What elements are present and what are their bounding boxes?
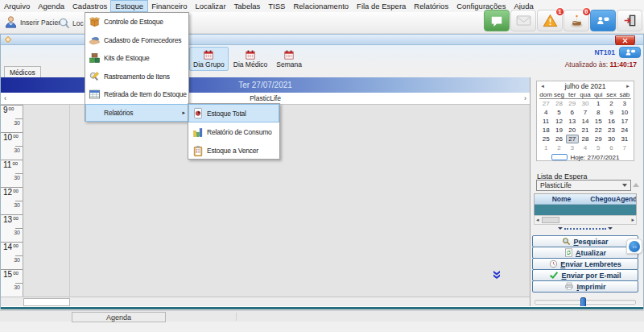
calendar-day-21[interactable]: 21 [579, 126, 592, 135]
calendar-day-4[interactable]: 4 [539, 108, 552, 117]
scroll-right-arrow-icon[interactable]: ▸ [631, 217, 634, 223]
menubar-item-agenda[interactable]: Agenda [34, 1, 68, 11]
prev-column-arrow[interactable]: ‹ [4, 94, 6, 102]
menubar-item-cadastros[interactable]: Cadastros [68, 1, 111, 11]
calendar-day-17[interactable]: 17 [618, 117, 631, 126]
weekday-qui: qui [592, 91, 605, 98]
calendar-day-6[interactable]: 6 [605, 143, 617, 152]
menubar-item-tabelas[interactable]: Tabelas [230, 1, 265, 11]
calendar-day-30[interactable]: 30 [605, 135, 617, 143]
calendar-day-8[interactable]: 8 [592, 108, 605, 117]
zoom-slider[interactable] [535, 297, 636, 308]
imprimir-button[interactable]: Imprimir [532, 280, 638, 293]
next-column-arrow[interactable]: › [524, 94, 526, 102]
calendar-day-1[interactable]: 1 [592, 99, 605, 108]
menubar-item-tiss[interactable]: TISS [264, 1, 289, 11]
calendar-day-27-selected[interactable]: 27 [566, 135, 579, 143]
calendar-day-20[interactable]: 20 [566, 126, 579, 135]
submenu-item-relatorio-de-consumo[interactable]: Relatório de Consumo [188, 122, 279, 141]
clinic-filter-dropdown[interactable]: PlasticLife [536, 180, 631, 191]
remote-support-bubble[interactable]: ↔ [626, 239, 642, 254]
agenda-horizontal-scrollbar[interactable] [1, 297, 530, 306]
calendar-day-3[interactable]: 3 [566, 143, 579, 152]
calendar-day-23[interactable]: 23 [605, 126, 617, 135]
view-tab-dia-medico[interactable]: Dia Médico [229, 47, 272, 71]
agenda-scrollbar-thumb[interactable] [23, 298, 70, 306]
view-tab-semana[interactable]: Semana [272, 47, 306, 71]
view-tab-dia-grupo[interactable]: Dia Grupo [189, 47, 229, 71]
calendar-day-30[interactable]: 30 [579, 99, 592, 108]
submenu-item-estoque-total[interactable]: Estoque Total [188, 104, 279, 122]
calendar-day-26[interactable]: 26 [552, 135, 565, 143]
waiting-list-scrollbar[interactable]: ◂ ▸ [534, 215, 637, 225]
menubar-item-financeiro[interactable]: Financeiro [147, 1, 191, 11]
calendar-day-19[interactable]: 19 [552, 126, 565, 135]
calendar-day-11[interactable]: 11 [539, 117, 552, 126]
atualizar-button[interactable]: Atualizar [532, 247, 638, 259]
calendar-day-18[interactable]: 18 [539, 126, 552, 135]
menu-item-relatorios[interactable]: Relatórios▸ [85, 104, 188, 122]
calendar-next-month-button[interactable]: ► [625, 84, 630, 89]
calendar-day-15[interactable]: 15 [592, 117, 605, 126]
contacts-button[interactable] [590, 10, 616, 31]
calendar-day-12[interactable]: 12 [552, 117, 565, 126]
menubar-item-relatorios[interactable]: Relatórios [410, 1, 452, 11]
calendar-prev-month-button[interactable]: ◄ [540, 84, 545, 89]
tab-agenda[interactable]: Agenda [72, 312, 166, 322]
calendar-day-4[interactable]: 4 [579, 143, 592, 152]
calendar-day-1[interactable]: 1 [539, 143, 552, 152]
calendar-day-5[interactable]: 5 [592, 143, 605, 152]
scroll-down-chevron-icon[interactable] [493, 271, 500, 279]
submenu-item-estoque-a-vencer[interactable]: Estoque a Vencer [188, 142, 279, 160]
pesquisar-button[interactable]: Pesquisar [532, 235, 638, 247]
room-contacts-button[interactable] [619, 47, 641, 58]
calendar-day-25[interactable]: 25 [539, 135, 552, 143]
menubar-item-arquivo[interactable]: Arquivo [0, 1, 34, 11]
tab-medicos[interactable]: Médicos [4, 66, 41, 77]
calendar-day-7[interactable]: 7 [618, 143, 631, 152]
birthdays-button[interactable]: 0 [564, 10, 589, 31]
calendar-day-16[interactable]: 16 [605, 117, 617, 126]
calendar-day-3[interactable]: 3 [618, 99, 631, 108]
calendar-day-10[interactable]: 10 [618, 108, 631, 117]
exit-button[interactable] [617, 10, 642, 31]
calendar-day-31[interactable]: 31 [618, 135, 631, 143]
menubar-item-estoque[interactable]: Estoque [111, 1, 147, 11]
calendar-day-29[interactable]: 29 [592, 135, 605, 143]
calendar-day-5[interactable]: 5 [552, 108, 565, 117]
calendar-day-28[interactable]: 28 [579, 135, 592, 143]
panel-collapse-arrow-icon[interactable] [633, 183, 639, 187]
mail-button[interactable] [510, 10, 536, 31]
waiting-list-scrollbar-thumb[interactable] [542, 217, 559, 223]
calendar-day-13[interactable]: 13 [566, 117, 579, 126]
calendar-day-9[interactable]: 9 [605, 108, 617, 117]
scroll-left-arrow-icon[interactable]: ◂ [536, 217, 539, 223]
calendar-day-2[interactable]: 2 [605, 99, 617, 108]
menu-item-kits-de-estoque[interactable]: Kits de Estoque [85, 49, 188, 68]
menu-item-controle-de-estoque[interactable]: Controle de Estoque [85, 13, 188, 31]
calendar-day-24[interactable]: 24 [618, 126, 631, 135]
alerts-button[interactable]: 1 [537, 10, 563, 31]
menubar-item-fila-de-espera[interactable]: Fila de Espera [353, 1, 410, 11]
menubar-item-localizar[interactable]: Localizar [192, 1, 230, 11]
calendar-day-29[interactable]: 29 [566, 99, 579, 108]
calendar-day-27[interactable]: 27 [539, 99, 552, 108]
panel-splitter-grip[interactable] [564, 228, 606, 230]
menubar-item-relacionamento[interactable]: Relacionamento [289, 1, 353, 11]
menu-item-retirada-de-item-do-estoque[interactable]: Retirada de Item do Estoque [85, 85, 188, 104]
chat-button[interactable] [484, 10, 510, 31]
menu-item-cadastro-de-fornecedores[interactable]: Cadastro de Fornecedores [85, 31, 188, 50]
calendar-day-6[interactable]: 6 [566, 108, 579, 117]
calendar-today-row[interactable]: Hoje: 27/07/2021 [537, 152, 634, 162]
locate-patient-button[interactable]: Loc [58, 17, 84, 29]
calendar-day-28[interactable]: 28 [552, 99, 565, 108]
calendar-day-14[interactable]: 14 [579, 117, 592, 126]
enviar-por-e-mail-button[interactable]: Enviar por E-mail [532, 269, 638, 281]
calendar-day-2[interactable]: 2 [552, 143, 565, 152]
calendar-day-7[interactable]: 7 [579, 108, 592, 117]
menu-item-rastreamento-de-itens[interactable]: Rastreamento de Itens [85, 68, 188, 86]
enviar-lembretes-button[interactable]: Enviar Lembretes [532, 258, 638, 270]
calendar-day-22[interactable]: 22 [592, 126, 605, 135]
slider-handle[interactable] [580, 297, 586, 308]
waiting-list-selected-row[interactable] [535, 205, 636, 216]
